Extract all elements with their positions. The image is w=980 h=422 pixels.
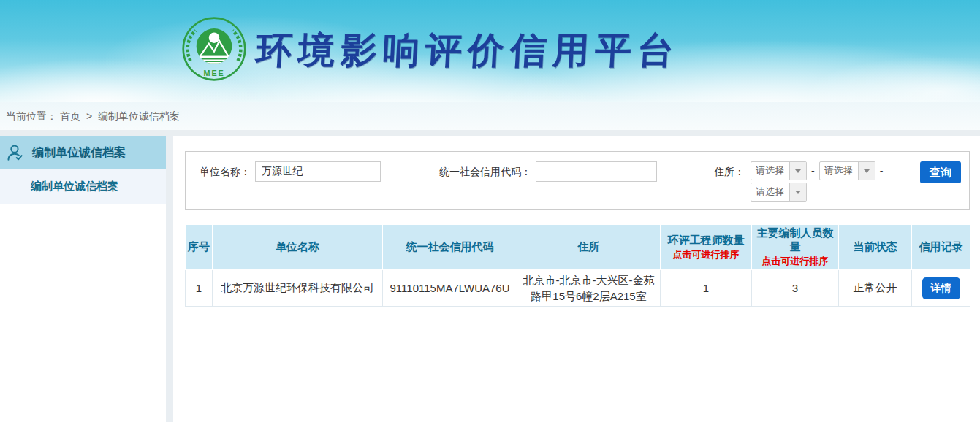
table-header-row: 序号 单位名称 统一社会信用代码 住所 环评工程师数量 点击可进行排序 主要编制…: [186, 225, 970, 270]
dash-separator: -: [880, 165, 884, 177]
credit-code-label: 统一社会信用代码：: [439, 161, 531, 182]
cell-staff-count-link[interactable]: 3: [752, 270, 839, 307]
address-selects: 请选择 - 请选择 - 请选择: [751, 161, 887, 202]
cell-status: 正常公开: [839, 270, 912, 307]
sort-hint: 点击可进行排序: [753, 255, 837, 268]
query-button[interactable]: 查询: [920, 161, 961, 183]
cell-address: 北京市-北京市-大兴区-金苑路甲15号6幢2层A215室: [517, 270, 661, 307]
user-check-icon: [6, 143, 25, 162]
sort-hint: 点击可进行排序: [662, 248, 750, 261]
col-header-company-name: 单位名称: [213, 225, 383, 270]
col-header-status: 当前状态: [839, 225, 912, 270]
chevron-down-icon[interactable]: [789, 183, 806, 201]
table-row: 1 北京万源世纪环保科技有限公司 91110115MA7LWUA76U 北京市-…: [186, 270, 970, 307]
col-header-credit-record: 信用记录: [912, 225, 970, 270]
sidebar-divider: [166, 136, 173, 422]
cell-company-name-link[interactable]: 北京万源世纪环保科技有限公司: [213, 270, 383, 307]
logo-text: MEE: [204, 69, 225, 77]
site-title: 环境影响评价信用平台: [254, 26, 681, 75]
col-header-address: 住所: [517, 225, 661, 270]
dash-separator: -: [811, 165, 815, 177]
province-select[interactable]: 请选择: [751, 161, 807, 180]
sidebar-item-credit-archive[interactable]: 编制单位诚信档案: [0, 136, 166, 169]
detail-button[interactable]: 详情: [922, 277, 960, 299]
address-label: 住所：: [714, 161, 745, 182]
sidebar-subitem-label: 编制单位诚信档案: [31, 180, 118, 193]
site-banner: MEE 环境影响评价信用平台: [0, 0, 980, 102]
main-panel: 单位名称： 统一社会信用代码： 住所： 请选择 - 请选择: [173, 136, 980, 422]
city-select[interactable]: 请选择: [819, 161, 875, 180]
sidebar-item-label: 编制单位诚信档案: [32, 145, 126, 161]
company-name-input[interactable]: [255, 161, 381, 182]
col-header-credit-code: 统一社会信用代码: [383, 225, 517, 270]
cell-index: 1: [186, 270, 213, 307]
district-select-value: 请选择: [751, 183, 789, 201]
sidebar: 编制单位诚信档案 编制单位诚信档案: [0, 136, 166, 422]
sidebar-subitem-credit-archive[interactable]: 编制单位诚信档案: [0, 169, 166, 204]
breadcrumb-home-link[interactable]: 首页: [60, 110, 80, 122]
breadcrumb-current: 编制单位诚信档案: [98, 110, 180, 122]
district-select[interactable]: 请选择: [751, 183, 807, 202]
results-table: 序号 单位名称 统一社会信用代码 住所 环评工程师数量 点击可进行排序 主要编制…: [185, 224, 970, 307]
content-area: 编制单位诚信档案 编制单位诚信档案 单位名称： 统一社会信用代码： 住所： 请选: [0, 136, 980, 422]
mee-logo-icon: MEE: [181, 16, 247, 82]
search-panel: 单位名称： 统一社会信用代码： 住所： 请选择 - 请选择: [185, 151, 970, 210]
breadcrumb-separator: >: [86, 110, 92, 122]
province-select-value: 请选择: [751, 162, 789, 180]
col-header-index: 序号: [186, 225, 213, 270]
credit-code-input[interactable]: [536, 161, 657, 182]
city-select-value: 请选择: [820, 162, 858, 180]
col-header-engineer-count-sort[interactable]: 环评工程师数量 点击可进行排序: [661, 225, 752, 270]
cell-credit-record: 详情: [912, 270, 970, 307]
col-header-staff-count-sort[interactable]: 主要编制人员数量 点击可进行排序: [752, 225, 839, 270]
chevron-down-icon[interactable]: [789, 162, 806, 180]
breadcrumb-prefix: 当前位置：: [6, 110, 57, 122]
cell-engineer-count-link[interactable]: 1: [661, 270, 752, 307]
header-divider: [0, 130, 980, 136]
chevron-down-icon[interactable]: [858, 162, 875, 180]
cell-credit-code: 91110115MA7LWUA76U: [383, 270, 517, 307]
company-name-label: 单位名称：: [200, 161, 251, 182]
breadcrumb: 当前位置：首页 > 编制单位诚信档案: [0, 102, 980, 130]
